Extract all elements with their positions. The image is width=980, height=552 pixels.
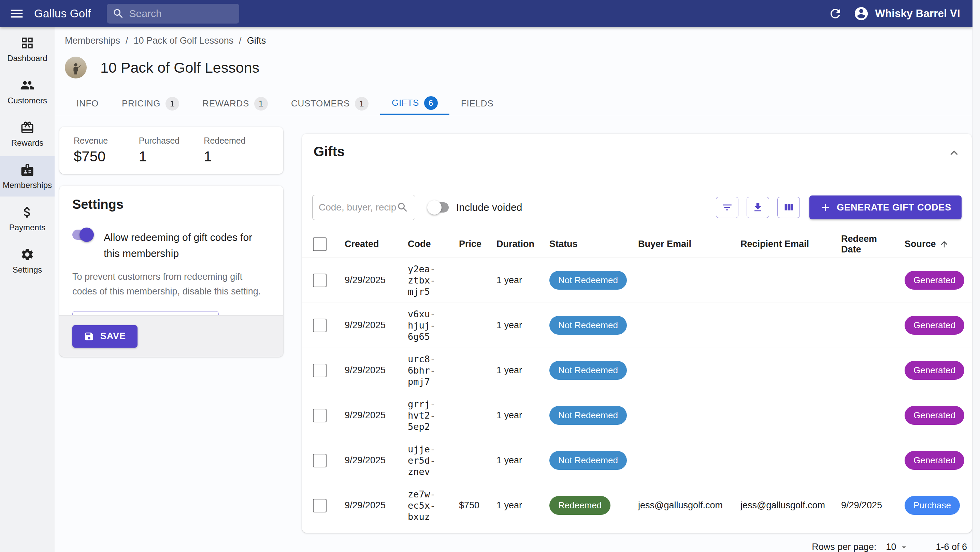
rows-per-page-value: 10 [886, 542, 896, 552]
tab-rewards[interactable]: REWARDS 1 [191, 92, 280, 115]
gift-icon [20, 121, 35, 135]
row-checkbox[interactable] [313, 499, 326, 512]
main-content: Memberships / 10 Pack of Golf Lessons / … [55, 27, 972, 552]
column-header-label: Source [905, 239, 936, 250]
include-voided-toggle[interactable] [429, 202, 449, 213]
stat-label: Purchased [139, 136, 204, 146]
filter-button[interactable] [716, 197, 738, 218]
stat-redeemed: Redeemed 1 [204, 136, 269, 165]
cell-created: 9/29/2025 [334, 275, 398, 286]
row-checkbox[interactable] [313, 319, 326, 332]
cell-duration: 1 year [486, 320, 539, 331]
sidebar-item-memberships[interactable]: Memberships [0, 156, 55, 197]
stat-label: Revenue [74, 136, 139, 146]
global-search[interactable] [107, 4, 239, 24]
settings-card: Settings Allow redeeming of gift codes f… [59, 186, 283, 357]
sort-ascending-icon [939, 240, 949, 249]
cell-created: 9/29/2025 [334, 455, 398, 466]
cell-created: 9/29/2025 [334, 500, 398, 511]
table-row: 9/29/2025 y2ea-ztbx-mjr5 1 year Not Rede… [302, 258, 972, 303]
settings-card-footer: SAVE [59, 315, 283, 357]
user-menu[interactable]: Whisky Barrel VI [853, 6, 960, 21]
download-icon [752, 202, 764, 213]
gifts-search-input[interactable] [319, 202, 396, 213]
tab-label: CUSTOMERS [291, 98, 350, 109]
hamburger-menu-icon[interactable] [9, 6, 25, 21]
breadcrumb-membership-name[interactable]: 10 Pack of Golf Lessons [134, 35, 234, 46]
tab-badge: 1 [165, 97, 179, 111]
allow-redeeming-label: Allow redeeming of gift codes for this m… [104, 230, 264, 261]
status-badge: Redeemed [549, 496, 611, 515]
search-icon [112, 8, 124, 20]
settings-title: Settings [72, 197, 270, 212]
pagination-range: 1-6 of 6 [935, 542, 967, 552]
columns-button[interactable] [777, 197, 800, 218]
sidebar-item-settings[interactable]: Settings [0, 241, 55, 281]
column-header-created[interactable]: Created [334, 239, 398, 250]
tab-gifts[interactable]: GIFTS 6 [380, 92, 449, 115]
refresh-icon[interactable] [828, 6, 843, 21]
add-icon [819, 202, 831, 213]
tab-pricing[interactable]: PRICING 1 [110, 92, 191, 115]
tab-label: PRICING [122, 98, 161, 109]
cell-duration: 1 year [486, 365, 539, 375]
tab-info[interactable]: INFO [65, 92, 110, 115]
save-button[interactable]: SAVE [72, 325, 137, 348]
sidebar-item-customers[interactable]: Customers [0, 72, 55, 112]
collapse-panel-icon[interactable] [947, 145, 962, 160]
export-download-button[interactable] [746, 197, 769, 218]
page-scrollbar[interactable] [972, 0, 980, 552]
source-badge: Generated [905, 271, 964, 290]
sidebar-item-payments[interactable]: Payments [0, 199, 55, 239]
gifts-table: Created Code Price Duration Status Buyer… [302, 231, 972, 528]
row-checkbox[interactable] [313, 409, 326, 422]
column-header-source[interactable]: Source [882, 239, 972, 250]
status-badge: Not Redeemed [549, 451, 627, 470]
row-checkbox[interactable] [313, 454, 326, 468]
sidebar-item-rewards[interactable]: Rewards [0, 114, 55, 154]
column-header-recipient-email[interactable]: Recipient Email [730, 239, 831, 250]
source-badge: Purchase [905, 496, 960, 515]
row-checkbox[interactable] [313, 364, 326, 377]
cell-created: 9/29/2025 [334, 365, 398, 375]
row-checkbox[interactable] [313, 274, 326, 287]
table-row: 9/29/2025 urc8-6bhr-pmj7 1 year Not Rede… [302, 348, 972, 393]
global-search-input[interactable] [129, 8, 261, 19]
table-row: 9/29/2025 ujje-er5d-znev 1 year Not Rede… [302, 438, 972, 483]
stat-value: $750 [74, 148, 139, 165]
rows-per-page-label: Rows per page: [812, 542, 876, 552]
breadcrumb-separator: / [239, 35, 242, 46]
column-header-duration[interactable]: Duration [486, 239, 539, 250]
tab-fields[interactable]: FIELDS [449, 92, 505, 115]
search-icon [396, 201, 409, 213]
cell-duration: 1 year [486, 500, 539, 511]
column-header-price[interactable]: Price [449, 239, 486, 250]
membership-tabs: INFO PRICING 1 REWARDS 1 CUSTOMERS 1 GIF… [65, 92, 505, 115]
table-row: 9/29/2025 grrj-hvt2-5ep2 1 year Not Rede… [302, 393, 972, 438]
cell-code: v6xu-hjuj-6g65 [408, 309, 439, 342]
tab-customers[interactable]: CUSTOMERS 1 [280, 92, 380, 115]
stat-purchased: Purchased 1 [139, 136, 204, 165]
tab-badge: 1 [355, 97, 369, 111]
status-badge: Not Redeemed [549, 406, 627, 425]
sidebar-item-label: Settings [13, 265, 42, 275]
allow-redeeming-toggle[interactable] [72, 230, 92, 240]
stat-revenue: Revenue $750 [74, 136, 139, 165]
user-name: Whisky Barrel VI [875, 8, 960, 20]
column-header-code[interactable]: Code [398, 239, 449, 250]
gifts-search[interactable] [312, 195, 415, 220]
status-badge: Not Redeemed [549, 316, 627, 335]
generate-gift-codes-button[interactable]: GENERATE GIFT CODES [810, 196, 962, 220]
column-header-buyer-email[interactable]: Buyer Email [628, 239, 730, 250]
select-all-checkbox[interactable] [313, 237, 326, 251]
gifts-table-header: Created Code Price Duration Status Buyer… [302, 231, 972, 258]
column-header-redeem-date[interactable]: Redeem Date [831, 234, 882, 255]
filter-icon [721, 202, 733, 213]
rows-per-page-select[interactable]: 10 [886, 542, 909, 552]
breadcrumb-memberships[interactable]: Memberships [65, 35, 120, 46]
columns-icon [783, 202, 794, 213]
column-header-status[interactable]: Status [539, 239, 628, 250]
tab-label: FIELDS [461, 98, 493, 109]
status-badge: Not Redeemed [549, 361, 627, 380]
sidebar-item-dashboard[interactable]: Dashboard [0, 29, 55, 70]
